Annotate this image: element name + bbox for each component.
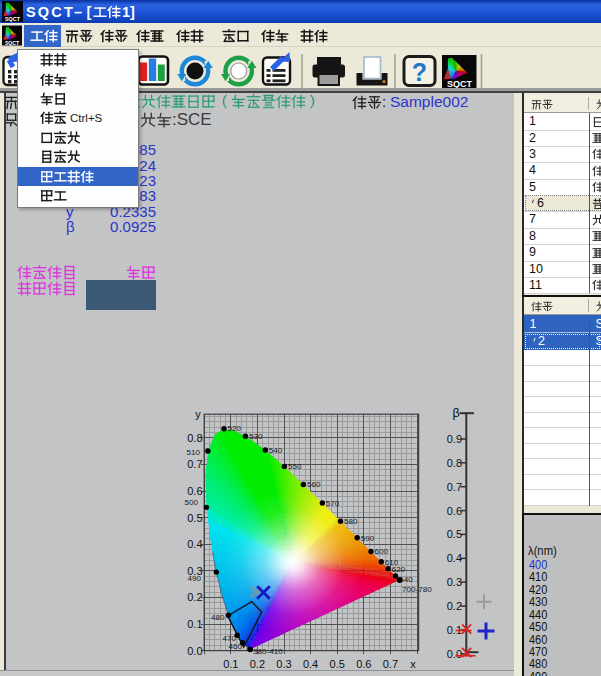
svg-text:0.2: 0.2 bbox=[187, 591, 202, 603]
svg-text:0.0: 0.0 bbox=[187, 645, 202, 657]
svg-text:570: 570 bbox=[326, 499, 340, 508]
svg-text:0.3: 0.3 bbox=[276, 658, 291, 670]
svg-text:0.2: 0.2 bbox=[250, 658, 265, 670]
svg-text:0.6: 0.6 bbox=[356, 658, 371, 670]
svg-text:0.6: 0.6 bbox=[187, 485, 202, 497]
svg-text:480: 480 bbox=[211, 613, 225, 622]
svg-text:0.8: 0.8 bbox=[187, 432, 202, 444]
svg-text:550: 550 bbox=[288, 462, 302, 471]
svg-text:0.4: 0.4 bbox=[447, 552, 462, 564]
svg-text:0.9: 0.9 bbox=[447, 433, 462, 445]
svg-text:0.0: 0.0 bbox=[447, 648, 462, 660]
svg-text:0.8: 0.8 bbox=[447, 457, 462, 469]
svg-text:0.5: 0.5 bbox=[330, 658, 345, 670]
svg-text:0.3: 0.3 bbox=[187, 565, 202, 577]
svg-text:x: x bbox=[410, 658, 416, 670]
svg-text:0.1: 0.1 bbox=[223, 658, 238, 670]
svg-text:540: 540 bbox=[269, 446, 283, 455]
svg-text:460: 460 bbox=[228, 642, 242, 651]
svg-text:y: y bbox=[195, 408, 201, 420]
svg-text:β: β bbox=[452, 406, 459, 420]
svg-text:0.3: 0.3 bbox=[447, 576, 462, 588]
svg-text:510: 510 bbox=[186, 448, 200, 457]
svg-text:380-410: 380-410 bbox=[253, 647, 283, 656]
svg-text:590: 590 bbox=[361, 534, 375, 543]
svg-text:600: 600 bbox=[375, 547, 389, 556]
svg-text:0.5: 0.5 bbox=[187, 512, 202, 524]
svg-text:530: 530 bbox=[249, 432, 263, 441]
svg-text:500: 500 bbox=[184, 498, 198, 507]
svg-text:0.6: 0.6 bbox=[447, 505, 462, 517]
svg-text:700-780: 700-780 bbox=[402, 585, 432, 594]
svg-text:0.1: 0.1 bbox=[187, 618, 202, 630]
svg-text:560: 560 bbox=[307, 480, 321, 489]
svg-text:0.7: 0.7 bbox=[187, 458, 202, 470]
svg-text:0.7: 0.7 bbox=[383, 658, 398, 670]
svg-text:0.7: 0.7 bbox=[447, 481, 462, 493]
svg-text:0.2: 0.2 bbox=[447, 600, 462, 612]
svg-text:0.5: 0.5 bbox=[447, 528, 462, 540]
svg-text:620: 620 bbox=[392, 565, 406, 574]
svg-text:0.4: 0.4 bbox=[303, 658, 318, 670]
svg-text:520: 520 bbox=[228, 424, 242, 433]
svg-text:0.4: 0.4 bbox=[187, 538, 202, 550]
svg-text:580: 580 bbox=[344, 517, 358, 526]
